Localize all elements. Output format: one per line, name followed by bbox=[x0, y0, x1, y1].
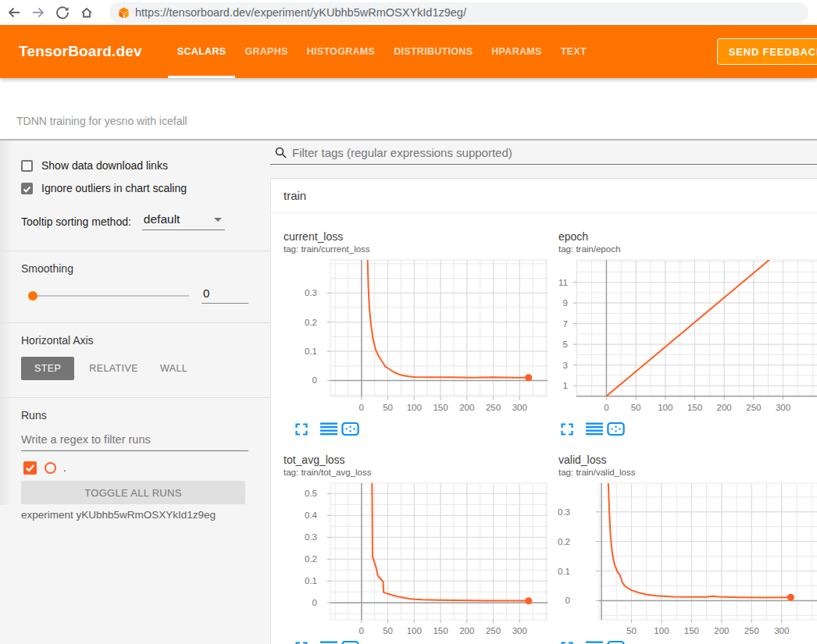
smoothing-value-input[interactable]: 0 bbox=[202, 286, 248, 304]
svg-text:150: 150 bbox=[433, 403, 448, 412]
run-name: . bbox=[63, 461, 66, 474]
home-icon[interactable] bbox=[80, 5, 94, 20]
chart-title: valid_loss bbox=[558, 453, 817, 467]
train-group-label: train bbox=[284, 189, 306, 202]
smoothing-slider[interactable] bbox=[33, 295, 189, 297]
svg-text:250: 250 bbox=[486, 403, 501, 412]
svg-text:50: 50 bbox=[626, 626, 637, 635]
axis-button-relative[interactable]: RELATIVE bbox=[82, 357, 145, 380]
show-download-links-checkbox[interactable] bbox=[21, 160, 33, 172]
svg-text:9: 9 bbox=[563, 298, 568, 308]
experiment-title: TDNN training for yesno with icefall bbox=[16, 115, 187, 127]
svg-text:0.2: 0.2 bbox=[558, 537, 570, 546]
smoothing-label: Smoothing bbox=[21, 262, 248, 276]
fit-domain-icon[interactable] bbox=[607, 640, 625, 644]
svg-text:5: 5 bbox=[563, 340, 568, 349]
tag-filter[interactable]: Filter tags (regular expressions support… bbox=[270, 141, 817, 165]
svg-text:0: 0 bbox=[359, 403, 364, 412]
ignore-outliers-label: Ignore outliers in chart scaling bbox=[41, 182, 187, 194]
back-icon[interactable] bbox=[7, 5, 21, 20]
svg-text:300: 300 bbox=[512, 626, 527, 635]
expand-icon[interactable] bbox=[295, 422, 308, 437]
chart-toolbar bbox=[295, 422, 548, 437]
toggle-all-runs-button[interactable]: TOGGLE ALL RUNS bbox=[21, 481, 245, 504]
chart-plot-epoch[interactable]: 0501001502002503001357911 bbox=[548, 255, 817, 416]
svg-text:250: 250 bbox=[486, 626, 501, 635]
svg-text:0.1: 0.1 bbox=[305, 576, 317, 585]
runs-label: Runs bbox=[21, 408, 248, 422]
expand-icon[interactable] bbox=[561, 422, 573, 437]
chart-plot-current_loss[interactable]: 05010015020025030000.10.20.3 bbox=[273, 255, 548, 416]
forward-icon[interactable] bbox=[31, 5, 45, 20]
send-feedback-button[interactable]: SEND FEEDBACK bbox=[717, 38, 817, 65]
svg-text:0: 0 bbox=[359, 626, 364, 635]
chart-cell-current_loss: current_losstag: train/current_loss05010… bbox=[273, 214, 548, 437]
svg-text:100: 100 bbox=[654, 626, 669, 635]
tab-distributions[interactable]: DISTRIBUTIONS bbox=[384, 25, 482, 78]
svg-text:150: 150 bbox=[684, 626, 699, 635]
svg-text:0: 0 bbox=[604, 403, 608, 412]
svg-text:0.3: 0.3 bbox=[558, 507, 570, 517]
svg-text:0.4: 0.4 bbox=[305, 511, 318, 520]
svg-text:0.2: 0.2 bbox=[305, 554, 317, 564]
svg-text:50: 50 bbox=[631, 403, 641, 412]
sidebar-divider bbox=[0, 251, 271, 251]
experiment-bar: TDNN training for yesno with icefall bbox=[0, 78, 817, 141]
reload-icon[interactable] bbox=[55, 5, 70, 20]
tag-filter-placeholder: Filter tags (regular expressions support… bbox=[292, 146, 512, 159]
chart-tag: tag: train/valid_loss bbox=[558, 467, 817, 479]
horizontal-axis-label: Horizontal Axis bbox=[21, 333, 248, 347]
chart-toolbar bbox=[561, 640, 817, 644]
fit-domain-icon[interactable] bbox=[341, 422, 359, 437]
fit-domain-icon[interactable] bbox=[341, 640, 359, 644]
axis-button-wall[interactable]: WALL bbox=[153, 357, 194, 380]
fit-domain-icon[interactable] bbox=[607, 422, 625, 437]
chart-plot-tot_avg_loss[interactable]: 05010015020025030000.10.20.30.40.5 bbox=[273, 479, 548, 635]
svg-text:0.3: 0.3 bbox=[305, 532, 317, 542]
svg-text:100: 100 bbox=[658, 403, 673, 412]
svg-text:100: 100 bbox=[407, 626, 422, 635]
chart-toolbar bbox=[561, 422, 817, 437]
tab-graphs[interactable]: GRAPHS bbox=[235, 25, 297, 78]
chart-tag: tag: train/current_loss bbox=[284, 244, 548, 255]
url-bar[interactable]: https://tensorboard.dev/experiment/yKUbh… bbox=[109, 2, 808, 23]
chart-title: current_loss bbox=[284, 229, 548, 244]
chart-plot-valid_loss[interactable]: 5010015020025030000.10.20.3 bbox=[548, 479, 817, 635]
runs-selector-icon[interactable] bbox=[320, 422, 337, 437]
svg-text:200: 200 bbox=[459, 626, 474, 635]
svg-text:1: 1 bbox=[563, 381, 568, 390]
show-download-links-label: Show data download links bbox=[41, 159, 168, 172]
svg-text:11: 11 bbox=[558, 278, 568, 287]
runs-selector-icon[interactable] bbox=[586, 422, 603, 437]
tab-hparams[interactable]: HPARAMS bbox=[482, 25, 551, 78]
svg-text:0.2: 0.2 bbox=[305, 318, 317, 327]
axis-button-step[interactable]: STEP bbox=[21, 357, 74, 380]
expand-icon[interactable] bbox=[561, 640, 573, 644]
svg-text:150: 150 bbox=[433, 626, 448, 635]
run-row[interactable]: . bbox=[21, 461, 248, 475]
svg-text:0.1: 0.1 bbox=[305, 347, 317, 356]
tooltip-sort-dropdown[interactable]: default bbox=[142, 212, 225, 230]
browser-chrome: https://tensorboard.dev/experiment/yKUbh… bbox=[0, 0, 817, 25]
runs-filter-input[interactable]: Write a regex to filter runs bbox=[21, 433, 248, 451]
tab-text[interactable]: TEXT bbox=[551, 25, 596, 78]
chart-cell-valid_loss: valid_losstag: train/valid_loss501001502… bbox=[548, 437, 817, 644]
ignore-outliers-checkbox[interactable] bbox=[21, 183, 33, 194]
smoothing-slider-knob[interactable] bbox=[28, 291, 37, 301]
runs-selector-icon[interactable] bbox=[320, 640, 337, 644]
tab-histograms[interactable]: HISTOGRAMS bbox=[298, 25, 385, 78]
svg-text:200: 200 bbox=[459, 403, 474, 412]
charts-grid: current_losstag: train/current_loss05010… bbox=[273, 214, 817, 644]
tab-scalars[interactable]: SCALARS bbox=[168, 25, 236, 78]
svg-text:0.5: 0.5 bbox=[305, 489, 317, 498]
svg-text:0: 0 bbox=[565, 596, 570, 605]
run-checkbox[interactable] bbox=[23, 461, 37, 475]
show-download-links-row[interactable]: Show data download links bbox=[21, 159, 248, 172]
train-group-header[interactable]: train bbox=[271, 179, 817, 213]
chart-cell-epoch: epochtag: train/epoch0501001502002503001… bbox=[548, 214, 817, 437]
expand-icon[interactable] bbox=[295, 640, 308, 644]
chart-cell-tot_avg_loss: tot_avg_losstag: train/tot_avg_loss05010… bbox=[273, 437, 548, 644]
sidebar: Show data download links Ignore outliers… bbox=[0, 141, 271, 644]
ignore-outliers-row[interactable]: Ignore outliers in chart scaling bbox=[21, 182, 248, 194]
runs-selector-icon[interactable] bbox=[586, 640, 603, 644]
